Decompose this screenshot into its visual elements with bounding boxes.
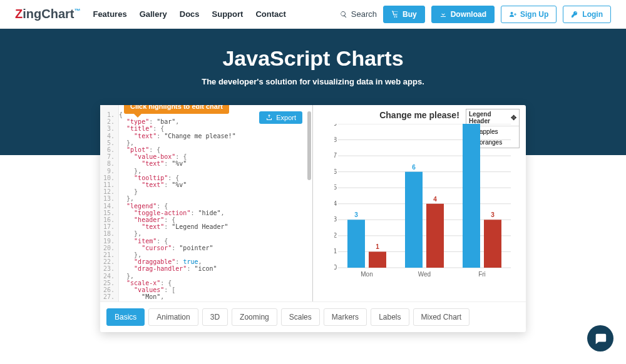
demo-tabs: Basics Animation 3D Zooming Scales Marke…	[100, 301, 526, 332]
svg-text:1: 1	[334, 248, 337, 255]
scrollbar[interactable]	[307, 111, 311, 180]
bar-oranges-Wed[interactable]	[426, 204, 444, 268]
search-button[interactable]: Search	[340, 9, 377, 19]
bar-apples-Wed[interactable]	[405, 172, 423, 268]
tab-scales[interactable]: Scales	[281, 308, 320, 326]
svg-text:1: 1	[376, 243, 379, 250]
tab-labels[interactable]: Labels	[371, 308, 409, 326]
svg-text:4: 4	[433, 196, 437, 203]
cart-icon	[391, 11, 399, 18]
tab-zooming[interactable]: Zooming	[232, 308, 277, 326]
svg-text:2: 2	[334, 232, 337, 239]
tab-basics[interactable]: Basics	[106, 308, 145, 326]
bar-apples-Fri[interactable]	[463, 124, 480, 268]
svg-text:Mon: Mon	[361, 271, 372, 278]
tab-markers[interactable]: Markers	[324, 308, 367, 326]
svg-text:3: 3	[354, 211, 358, 218]
hero-subtitle: The developer's solution for visualizing…	[0, 77, 626, 86]
svg-text:Wed: Wed	[418, 271, 431, 278]
svg-text:9: 9	[334, 124, 337, 127]
key-icon	[571, 11, 578, 18]
login-button[interactable]: Login	[563, 6, 611, 23]
bar-oranges-Fri[interactable]	[484, 220, 501, 268]
hero-title: JavaScript Charts	[0, 46, 626, 71]
download-label: Download	[451, 10, 486, 19]
chart-plot[interactable]: 012345678931Mon64Wed93Fri	[334, 124, 511, 281]
demo-card: Click highlights to edit chart Export 1.…	[100, 105, 526, 332]
nav-contact[interactable]: Contact	[255, 9, 285, 19]
svg-text:3: 3	[491, 211, 495, 218]
svg-text:5: 5	[334, 184, 337, 191]
chat-icon	[593, 331, 607, 345]
svg-text:7: 7	[334, 152, 337, 159]
bar-apples-Mon[interactable]	[347, 220, 365, 268]
svg-text:3: 3	[334, 216, 337, 223]
svg-text:6: 6	[412, 164, 416, 171]
chart-preview: Change me please! Legend Header ✥ apples…	[313, 105, 526, 301]
export-label: Export	[276, 114, 296, 121]
tab-animation[interactable]: Animation	[148, 308, 198, 326]
svg-text:Fri: Fri	[478, 271, 486, 278]
download-button[interactable]: Download	[431, 6, 495, 23]
signup-button[interactable]: Sign Up	[501, 6, 557, 23]
login-label: Login	[582, 10, 603, 19]
export-icon	[265, 114, 273, 121]
buy-label: Buy	[403, 10, 417, 19]
search-icon	[340, 11, 347, 18]
tab-mixed[interactable]: Mixed Chart	[413, 308, 470, 326]
edit-tooltip: Click highlights to edit chart	[124, 105, 229, 114]
bar-oranges-Mon[interactable]	[369, 251, 386, 268]
top-nav: ZingChart™ Features Gallery Docs Support…	[0, 0, 626, 29]
nav-items: Features Gallery Docs Support Contact	[93, 9, 285, 19]
svg-text:0: 0	[334, 264, 337, 271]
user-plus-icon	[509, 11, 516, 18]
move-icon[interactable]: ✥	[511, 114, 516, 122]
nav-gallery[interactable]: Gallery	[140, 9, 167, 19]
svg-text:4: 4	[334, 200, 337, 207]
search-label: Search	[351, 9, 377, 19]
signup-label: Sign Up	[520, 10, 548, 19]
tab-3d[interactable]: 3D	[202, 308, 228, 326]
buy-button[interactable]: Buy	[383, 6, 425, 23]
nav-support[interactable]: Support	[212, 9, 244, 19]
chat-widget[interactable]	[587, 325, 613, 351]
code-content[interactable]: { "type": "bar", "title": { "text": "Cha…	[119, 111, 307, 300]
line-gutter: 1.2.3.4.5.6.7.8.9.10.11.12.13.14.15.16.1…	[100, 105, 119, 301]
download-icon	[439, 11, 447, 18]
legend-header: Legend Header	[469, 111, 511, 124]
nav-docs[interactable]: Docs	[180, 9, 200, 19]
svg-text:6: 6	[334, 168, 337, 175]
logo[interactable]: ZingChart™	[15, 7, 80, 21]
export-button[interactable]: Export	[259, 111, 302, 124]
nav-right: Search Buy Download Sign Up Login	[340, 6, 611, 23]
svg-text:8: 8	[334, 136, 337, 143]
code-editor[interactable]: Click highlights to edit chart Export 1.…	[100, 105, 313, 301]
nav-features[interactable]: Features	[93, 9, 126, 19]
